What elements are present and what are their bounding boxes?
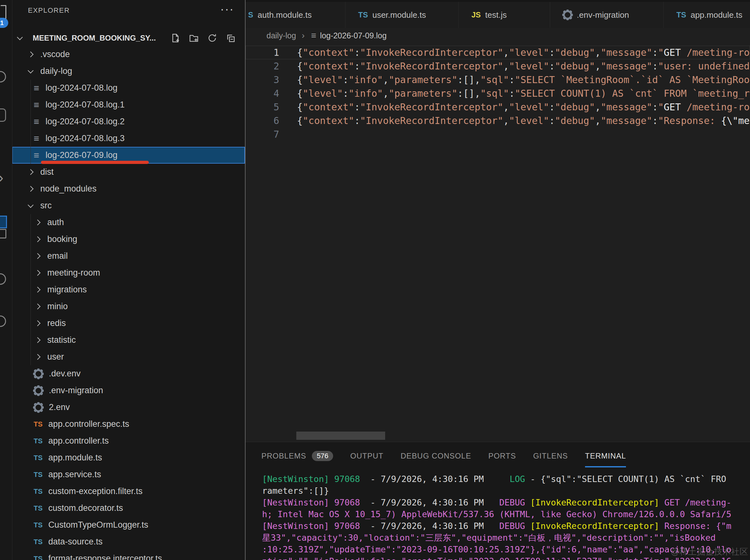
settings-gear-icon[interactable] xyxy=(0,316,6,327)
explorer-files-icon[interactable] xyxy=(1,5,6,19)
tree-item-label: .dev.env xyxy=(49,369,81,379)
ts-icon: TS xyxy=(34,521,42,529)
new-file-icon[interactable] xyxy=(171,33,180,43)
terminal-line: rameters":[]} xyxy=(262,485,750,497)
ts-icon: TS xyxy=(34,538,42,546)
tree-folder-statistic[interactable]: statistic xyxy=(12,332,245,348)
breadcrumb-file[interactable]: log-2026-07-09.log xyxy=(320,31,387,40)
chevron-down-icon xyxy=(27,67,33,73)
indent-guide xyxy=(31,214,31,365)
gear-icon xyxy=(564,11,572,19)
search-icon[interactable] xyxy=(0,71,6,82)
code-line: 5{"context":"InvokeRecordInterceptor","l… xyxy=(245,100,750,114)
editor-tab-.env-migration[interactable]: .env-migration xyxy=(550,2,664,28)
editor-hscrollbar-thumb[interactable] xyxy=(296,432,385,440)
tab-label: app.module.ts xyxy=(691,10,743,20)
tree-item-label: log-2024-07-08.log.1 xyxy=(46,100,125,110)
tree-file-CustomTypeOrmLogger.ts[interactable]: TSCustomTypeOrmLogger.ts xyxy=(12,517,245,533)
chevron-right-icon xyxy=(35,337,40,343)
ts-icon: TS xyxy=(34,437,42,445)
panel-tab-label: TERMINAL xyxy=(585,452,626,460)
workspace-section-header[interactable]: MEETING_ROOM_BOOKING_SY... xyxy=(12,30,245,46)
tree-folder-email[interactable]: email xyxy=(12,248,245,264)
tree-item-label: app.controller.ts xyxy=(48,436,109,446)
code-text: {"context":"InvokeRecordInterceptor","le… xyxy=(297,59,750,73)
tree-folder-auth[interactable]: auth xyxy=(12,214,245,231)
source-control-icon[interactable] xyxy=(0,108,6,122)
code-text: {"level":"info","parameters":[],"sql":"S… xyxy=(297,86,750,100)
tree-file-2.env[interactable]: 2.env xyxy=(12,399,245,416)
tree-item-label: minio xyxy=(47,302,68,312)
breadcrumb[interactable]: daily-log › ≡ log-2026-07-09.log xyxy=(245,28,750,43)
tree-file-custom.decorator.ts[interactable]: TScustom.decorator.ts xyxy=(12,500,245,517)
terminal-line: [NestWinston] 97068 - 7/9/2026, 4:30:16 … xyxy=(262,497,750,508)
active-view-indicator[interactable] xyxy=(0,216,7,228)
line-number: 4 xyxy=(245,86,279,100)
tree-file-.env-migration[interactable]: .env-migration xyxy=(12,382,245,399)
gear-icon xyxy=(34,386,42,395)
account-icon[interactable] xyxy=(0,273,6,285)
tree-file-app.service.ts[interactable]: TSapp.service.ts xyxy=(12,466,245,483)
editor-group: Sauth.module.tsTSuser.module.tsJStest.js… xyxy=(245,0,750,560)
extensions-icon[interactable] xyxy=(0,229,6,238)
panel-tab-output[interactable]: OUTPUT xyxy=(350,442,383,470)
editor-tab-auth.module.ts[interactable]: Sauth.module.ts xyxy=(245,2,346,28)
tree-folder-src[interactable]: src xyxy=(12,197,245,214)
tab-label: user.module.ts xyxy=(373,10,426,20)
more-actions-icon[interactable]: ··· xyxy=(220,2,234,16)
tree-file-log-2024-07-08.log.1[interactable]: ≡log-2024-07-08.log.1 xyxy=(12,96,245,113)
panel-tab-terminal[interactable]: TERMINAL xyxy=(585,442,626,470)
tree-file-data-source.ts[interactable]: TSdata-source.ts xyxy=(12,533,245,550)
panel-tab-debug-console[interactable]: DEBUG CONSOLE xyxy=(401,442,471,470)
run-debug-icon[interactable]: › xyxy=(0,171,3,184)
chevron-right-icon xyxy=(35,354,40,360)
tree-item-label: data-source.ts xyxy=(48,537,102,547)
tree-file-app.controller.spec.ts[interactable]: TSapp.controller.spec.ts xyxy=(12,416,245,433)
tree-item-label: node_modules xyxy=(40,184,96,194)
tree-folder-migrations[interactable]: migrations xyxy=(12,281,245,298)
tree-file-app.controller.ts[interactable]: TSapp.controller.ts xyxy=(12,433,245,449)
editor-tab-user.module.ts[interactable]: TSuser.module.ts xyxy=(346,2,459,28)
line-number: 5 xyxy=(245,100,279,114)
problems-count-badge: 576 xyxy=(312,451,333,461)
annotation-underline xyxy=(41,161,149,164)
tab-label: auth.module.ts xyxy=(258,10,312,20)
tree-folder-redis[interactable]: redis xyxy=(12,315,245,332)
tree-item-label: app.service.ts xyxy=(48,469,101,479)
tree-folder-dist[interactable]: dist xyxy=(12,164,245,180)
editor-tab-test.js[interactable]: JStest.js xyxy=(459,2,550,28)
gear-icon xyxy=(34,370,42,378)
tree-folder-user[interactable]: user xyxy=(12,348,245,365)
editor-tab-app.module.ts[interactable]: TSapp.module.ts xyxy=(664,2,750,28)
tree-file-format-response.interceptor.ts[interactable]: TSformat-response.interceptor.ts xyxy=(12,550,245,560)
new-folder-icon[interactable] xyxy=(189,33,199,43)
tree-folder-.vscode[interactable]: .vscode xyxy=(12,46,245,63)
editor-content[interactable]: 1{"context":"InvokeRecordInterceptor","l… xyxy=(245,43,750,444)
tree-folder-node_modules[interactable]: node_modules xyxy=(12,180,245,197)
chevron-right-icon xyxy=(35,236,40,242)
line-number: 1 xyxy=(245,46,279,59)
tree-file-log-2024-07-08.log.2[interactable]: ≡log-2024-07-08.log.2 xyxy=(12,113,245,130)
panel-tab-problems[interactable]: PROBLEMS576 xyxy=(261,442,333,470)
tree-folder-booking[interactable]: booking xyxy=(12,231,245,248)
tree-file-custom-exception.filter.ts[interactable]: TScustom-exception.filter.ts xyxy=(12,483,245,500)
tree-file-log-2024-07-08.log[interactable]: ≡log-2024-07-08.log xyxy=(12,80,245,96)
tree-item-label: app.controller.spec.ts xyxy=(48,419,129,429)
tree-file-log-2024-07-08.log.3[interactable]: ≡log-2024-07-08.log.3 xyxy=(12,130,245,147)
tree-folder-daily-log[interactable]: daily-log xyxy=(12,63,245,80)
log-file-icon: ≡ xyxy=(34,100,39,110)
code-text: {"context":"InvokeRecordInterceptor","le… xyxy=(297,114,750,127)
ts-icon: TS xyxy=(358,11,368,19)
tree-file-app.module.ts[interactable]: TSapp.module.ts xyxy=(12,449,245,466)
panel-tab-ports[interactable]: PORTS xyxy=(488,442,516,470)
tree-folder-meeting-room[interactable]: meeting-room xyxy=(12,264,245,281)
panel-tab-gitlens[interactable]: GITLENS xyxy=(533,442,568,470)
breadcrumb-folder[interactable]: daily-log xyxy=(267,31,296,40)
line-number: 7 xyxy=(245,127,279,141)
tree-item-label: migrations xyxy=(47,285,87,295)
code-text: {"context":"InvokeRecordInterceptor","le… xyxy=(297,46,750,59)
tree-file-.dev.env[interactable]: .dev.env xyxy=(12,365,245,382)
refresh-icon[interactable] xyxy=(208,33,217,43)
collapse-all-icon[interactable] xyxy=(226,33,235,43)
tree-folder-minio[interactable]: minio xyxy=(12,298,245,315)
